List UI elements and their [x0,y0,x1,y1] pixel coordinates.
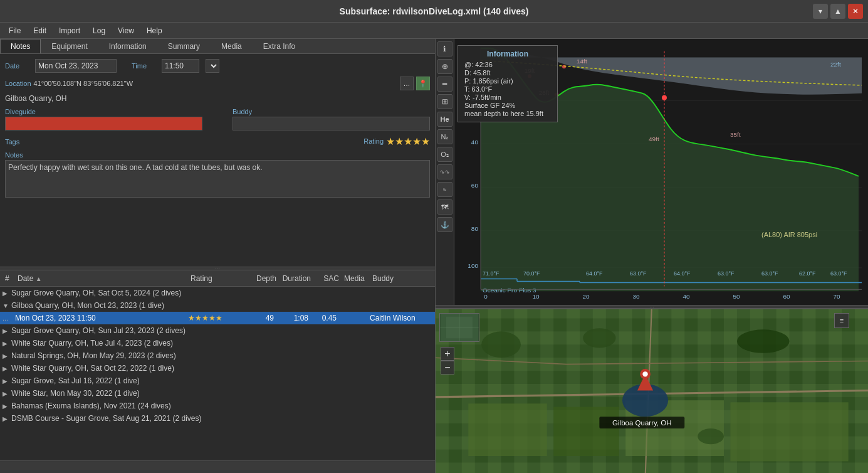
col-header-date[interactable]: Date ▲ [15,273,188,284]
menu-file[interactable]: File [3,25,27,36]
right-panel: ℹ ⊕ ━ ⊞ He N₂ O₂ ∿∿ ≈ 🗺 ⚓ Subsurface GF … [436,39,868,473]
profile-row: ℹ ⊕ ━ ⊞ He N₂ O₂ ∿∿ ≈ 🗺 ⚓ Subsurface GF … [436,39,868,305]
buddy-col: Buddy [233,108,430,130]
svg-text:60: 60 [783,293,790,300]
list-item[interactable]: ▶ DSMB Course - Sugar Grove, Sat Aug 21,… [0,412,435,425]
col-header-buddy[interactable]: Buddy [370,273,432,284]
notes-textarea[interactable]: Perfectly happy with wet suit on this on… [5,160,430,198]
ndl-button[interactable]: ≈ [437,182,452,197]
info-row-mean-depth: mean depth to here 15.9ft [464,110,551,117]
dive-rating: ★★★★★ [188,314,244,322]
col-header-num[interactable]: # [3,273,15,284]
map-expand-button[interactable]: ≡ [834,313,849,328]
location-edit-button[interactable]: … [400,77,414,90]
col-header-rating[interactable]: Rating [188,273,244,284]
col-header-sac[interactable]: SAC [313,273,342,284]
he-button[interactable]: He [437,112,452,127]
group-label: White Star, Mon May 30, 2022 (1 dive) [11,389,140,398]
svg-text:70.0°F: 70.0°F [523,270,540,277]
profile-canvas: Subsurface GF 30/75 Information @: 42:36… [454,39,868,305]
list-item[interactable]: ▶ White Star, Mon May 30, 2022 (1 dive) [0,387,435,400]
expand-icon[interactable]: ≡ [834,313,849,328]
zoom-in-button[interactable]: + [441,347,454,361]
list-item[interactable]: ▶ Bahamas (Exuma Islands), Nov 2021 (24 … [0,400,435,412]
diveguide-input[interactable] [5,117,202,130]
col-header-media[interactable]: Media [342,273,370,284]
tab-equipment[interactable]: Equipment [41,39,98,53]
svg-text:62.0°F: 62.0°F [799,270,816,277]
anchor-button[interactable]: ⚓ [437,217,452,232]
list-item[interactable]: ▶ Natural Springs, OH, Mon May 29, 2023 … [0,349,435,362]
app-title: Subsurface: rdwilsonDiveLog.xml (140 div… [340,6,529,16]
info-row-depth: D: 45.8ft [464,69,551,77]
info-row-pressure: P: 1,856psi (air) [464,77,551,85]
list-item[interactable]: ▶ Sugar Grove, Sat Jul 16, 2022 (1 dive) [0,375,435,387]
rating-section: Rating ★★★★★ [363,136,430,147]
left-panel: Notes Equipment Information Summary Medi… [0,39,436,473]
tags-label: Tags [5,138,19,146]
buddy-input[interactable] [233,117,430,130]
zoom-out-button[interactable]: − [441,361,454,375]
col-header-depth[interactable]: Depth [244,273,279,284]
dive-row[interactable]: ... Mon Oct 23, 2023 11:50 ★★★★★ 49 1:08… [0,312,435,324]
notes-form: Date Time Location 41°00'50.108"N 83°56'… [0,54,435,267]
info-row-temp: T: 63.0°F [464,85,551,93]
expand-icon: ▶ [3,365,11,372]
rating-label: Rating [363,137,384,145]
tab-summary[interactable]: Summary [157,39,211,53]
close-button[interactable]: ✕ [848,4,863,19]
list-item[interactable]: ▶ Sugar Grove Quarry, OH, Sat Oct 5, 202… [0,287,435,299]
time-input[interactable] [162,59,199,73]
list-item[interactable]: ▶ White Star Quarry, OH, Tue Jul 4, 2023… [0,337,435,349]
info-popup: Information @: 42:36 D: 45.8ft P: 1,856p… [458,45,558,122]
menu-log[interactable]: Log [86,25,112,36]
list-item[interactable]: ▶ White Star Quarry, OH, Sat Oct 22, 202… [0,362,435,375]
info-toggle-button[interactable]: ℹ [437,41,452,56]
menu-help[interactable]: Help [140,25,169,36]
expand-icon: ▶ [3,340,11,347]
ruler-button[interactable]: ━ [437,77,452,92]
location-label: Location [5,80,31,87]
minimize-button[interactable]: ▾ [813,4,828,19]
titlebar: Subsurface: rdwilsonDiveLog.xml (140 div… [0,0,868,23]
menu-edit[interactable]: Edit [27,25,53,36]
svg-text:63.0°F: 63.0°F [830,270,847,277]
tab-bar: Notes Equipment Information Summary Medi… [0,39,435,54]
n2-button[interactable]: N₂ [437,129,452,144]
menu-import[interactable]: Import [53,25,86,36]
location-coords: 41°00'50.108"N 83°56'06.821"W [34,80,397,87]
menubar: File Edit Import Log View Help [0,23,868,39]
map-button[interactable]: 🗺 [437,199,452,215]
list-item[interactable]: ▼ Gilboa Quarry, OH, Mon Oct 23, 2023 (1… [0,299,435,312]
rating-stars[interactable]: ★★★★★ [386,136,430,147]
svg-text:49ft: 49ft [649,136,659,142]
maximize-button[interactable]: ▲ [830,4,845,19]
date-input[interactable] [35,59,117,73]
svg-text:70: 70 [833,293,840,300]
info-row-gf: Surface GF 24% [464,102,551,109]
zoom-button[interactable]: ⊕ [437,59,452,74]
info-row-velocity: V: -7.5ft/min [464,93,551,101]
svg-point-64 [481,331,521,358]
info-popup-title: Information [464,50,551,58]
location-name: Gilboa Quarry, OH [5,93,430,104]
col-header-duration[interactable]: Duration [279,273,313,284]
heartrate-button[interactable]: ∿∿ [437,164,452,179]
tab-media[interactable]: Media [211,39,253,53]
dive-sac: 0.45 [313,314,342,322]
svg-rect-60 [468,403,546,456]
menu-view[interactable]: View [112,25,140,36]
list-item[interactable]: ▶ Sugar Grove Quarry, OH, Sun Jul 23, 20… [0,324,435,337]
tab-extra-info[interactable]: Extra Info [253,39,306,53]
time-dropdown[interactable] [206,59,219,73]
grid-button[interactable]: ⊞ [437,94,452,109]
expand-icon: ▶ [3,378,11,385]
tab-information[interactable]: Information [98,39,157,53]
map-container[interactable]: Gilboa Quarry, OH [436,309,868,473]
tab-notes[interactable]: Notes [0,39,41,53]
svg-text:20: 20 [582,293,590,300]
window-controls: ▾ ▲ ✕ [813,4,863,19]
dive-date: Mon Oct 23, 2023 11:50 [15,314,188,322]
o2-button[interactable]: O₂ [437,147,452,162]
location-pin-button[interactable]: 📍 [416,77,430,90]
